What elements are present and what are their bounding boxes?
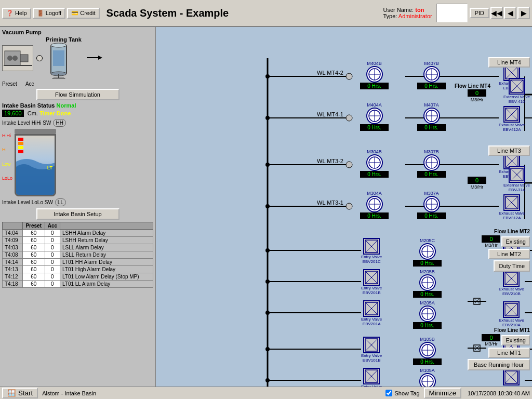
- row-preset: 60: [22, 259, 45, 266]
- center-panel: WL MT4-2 WL MT4-1 WL MT3-2 WL MT3-1 M404…: [156, 27, 532, 387]
- row-preset: 60: [22, 237, 45, 244]
- m407a-symbol: [423, 108, 440, 124]
- wl-mt3-1-label: WL MT3-1: [317, 200, 343, 206]
- m105b-symbol: [419, 342, 436, 358]
- ebv412a-symbol: [503, 106, 520, 123]
- pump-graphic: [2, 45, 33, 71]
- nav-prev-button[interactable]: ◀: [504, 7, 516, 19]
- svg-point-49: [265, 116, 270, 120]
- level-display: 19,600: [2, 110, 24, 117]
- help-button[interactable]: ❓ Help: [2, 8, 31, 19]
- table-row: T4:04 60 0 LSHH Alarm Delay: [3, 230, 153, 237]
- table-row: T4:03 60 0 LSLL Alarm Delay: [3, 244, 153, 251]
- vacuum-pump-section: Vacuum Pump Priming Tank: [2, 29, 153, 87]
- minimize-button[interactable]: Minimize: [424, 388, 462, 398]
- intake-basin-setup-button[interactable]: Intake Basin Setup: [36, 208, 119, 220]
- table-row: T4:12 60 0 LT01 Low Alarm Delay (Stop MP…: [3, 273, 153, 281]
- mt3-m3hr: M3/Hr: [471, 184, 484, 190]
- settings-table: Preset Acc T4:04 60 0 LSHH Alarm Delay T…: [2, 222, 153, 288]
- logoff-button[interactable]: 🚪 Logoff: [33, 8, 65, 19]
- row-preset: 60: [22, 281, 45, 288]
- row-preset: 60: [22, 244, 45, 251]
- line-mt1-button[interactable]: Line MT1: [488, 348, 530, 358]
- priming-tank-label: Priming Tank: [46, 36, 82, 43]
- row-id: T4:13: [3, 266, 23, 273]
- ebv201a-entry: Entry ValveEBV201A: [361, 300, 382, 326]
- duty-time-button[interactable]: Duty Time: [494, 260, 530, 272]
- m307b-symbol: [423, 154, 440, 171]
- svg-point-2: [7, 56, 12, 61]
- type-label: Type:: [383, 13, 397, 19]
- start-label: Start: [18, 389, 33, 397]
- tank-top: [15, 129, 56, 134]
- flow-line-mt1-label: Flow Line MT1: [494, 327, 530, 333]
- user-label: User Name:: [383, 7, 414, 13]
- hihi-bar-label: HiHi: [2, 133, 12, 138]
- m105a-symbol: [419, 373, 436, 387]
- flow-line-mt2-label: Flow Line MT2: [494, 229, 530, 234]
- ebv201a-symbol: [363, 300, 380, 317]
- ll-badge: LL: [55, 198, 66, 206]
- svg-point-48: [265, 74, 270, 78]
- row-acc: 0: [45, 259, 60, 266]
- acc-label: Acc: [25, 81, 34, 87]
- existing-mt1-button[interactable]: Existing: [501, 335, 530, 345]
- row-preset: 60: [22, 230, 45, 237]
- m404b-timer: 0 Hrs.: [360, 83, 389, 89]
- intake-status-value: Normal: [57, 102, 76, 109]
- datetime-display: 10/17/2008 10:30:40 AM: [468, 390, 530, 396]
- lolo-label: Intake Level LoLo SW: [2, 200, 53, 205]
- mt4-m3hr: M3/Hr: [471, 97, 484, 102]
- m407a-valve: M407A 0 Hrs.: [417, 102, 446, 131]
- m205a-symbol: [419, 305, 436, 322]
- row-acc: 0: [45, 251, 60, 259]
- wl-mt3-2-label: WL MT3-2: [317, 158, 343, 164]
- mt2-flow-display: 0 M3/Hr: [482, 235, 500, 248]
- m205c-label: M205C: [420, 238, 435, 243]
- m407b-symbol: [423, 66, 440, 83]
- svg-point-50: [265, 163, 270, 167]
- left-panel: Vacuum Pump Priming Tank: [0, 27, 156, 387]
- ebv101a-symbol: [363, 368, 380, 384]
- m205a-label: M205A: [420, 300, 435, 305]
- table-row: T4:13 60 0 LT01 High Alarm Delay: [3, 266, 153, 273]
- line-mt4-button[interactable]: Line MT4: [488, 57, 530, 68]
- ebv210b-symbol: [503, 270, 520, 287]
- m205c-symbol: [419, 243, 436, 260]
- line-mt3-button[interactable]: Line MT3: [488, 145, 530, 156]
- existing-mt2-button[interactable]: Existing: [501, 236, 530, 247]
- m407b-timer: 0 Hrs.: [417, 83, 446, 89]
- row-acc: 0: [45, 266, 60, 273]
- ebv416-label: External ValveEBV-416: [503, 95, 530, 104]
- butterfly-valve-svg: [468, 296, 486, 307]
- flow-mt4-area: Flow Line MT4: [455, 83, 490, 89]
- m205b-valve: M205B 0 Hrs.: [413, 269, 442, 298]
- m105a-valve: M105A 0 Hrs.: [413, 368, 442, 387]
- m304a-symbol: [366, 196, 383, 212]
- flow-simulation-button[interactable]: Flow Simmulation: [36, 89, 119, 100]
- hh-badge: HH: [53, 119, 65, 127]
- pid-button[interactable]: PID: [470, 8, 489, 18]
- ebv210b-valve: Exhaust VaveEBV210B: [499, 270, 524, 296]
- intake-basin-label: Intake Basin Status: [2, 102, 55, 109]
- m304a-valve: M304A 0 Hrs.: [360, 191, 389, 219]
- credit-button[interactable]: 💳 Credit: [67, 8, 99, 19]
- svg-marker-10: [51, 78, 66, 79]
- svg-point-53: [265, 280, 270, 284]
- ebv101a-label: Entry ValveEBV101A: [361, 384, 382, 387]
- nav-next-button[interactable]: ▶: [517, 7, 530, 19]
- app-title: Scada System - Example: [107, 7, 383, 19]
- start-button[interactable]: 🪟 Start: [2, 388, 38, 398]
- ebv101b-entry: Entry ValveEBV101B: [361, 337, 382, 363]
- arrow-indicator: [87, 55, 102, 62]
- ebv314-symbol: [509, 166, 525, 183]
- show-tag-checkbox[interactable]: [385, 390, 392, 396]
- line-mt2-button[interactable]: Line MT2: [488, 249, 530, 259]
- nav-back-button[interactable]: ◀◀: [490, 7, 503, 19]
- base-running-hour-button[interactable]: Base Running Hour: [468, 359, 530, 370]
- m307a-valve: M307A 0 Hrs.: [417, 191, 446, 219]
- show-tag-area: Show Tag: [385, 390, 419, 396]
- ebv110a-label: Exhaust VaveEBV110A: [499, 385, 524, 387]
- row-desc: LT01 HH Alarm Delay: [60, 259, 153, 266]
- intake-status-section: Intake Basin Status Normal 19,600 Cm. Ti…: [2, 102, 153, 117]
